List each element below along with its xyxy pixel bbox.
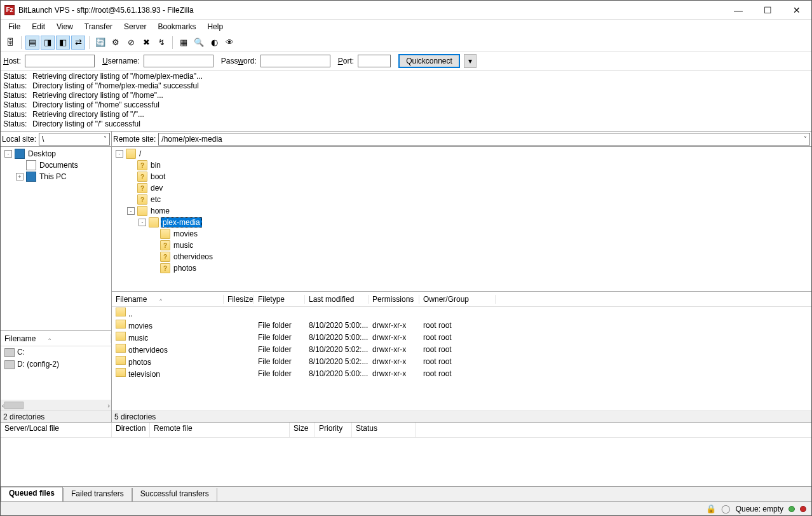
close-button[interactable]: ✕ [782, 1, 811, 20]
tree-label[interactable]: home [149, 207, 171, 215]
tab-successful-transfers[interactable]: Successful transfers [132, 488, 217, 501]
remote-tree[interactable]: -/binbootdevetc-home-plex-mediamoviesmus… [112, 147, 811, 292]
toggle-log-icon[interactable]: ▤ [25, 36, 39, 50]
tree-node[interactable]: +This PC [2, 171, 110, 182]
tab-failed-transfers[interactable]: Failed transfers [63, 488, 132, 501]
globe-icon[interactable]: ◯ [721, 504, 731, 513]
list-item[interactable]: D: (config-2) [1, 358, 111, 370]
menu-bookmarks[interactable]: Bookmarks [152, 21, 201, 32]
host-input[interactable] [25, 55, 95, 67]
collapse-icon[interactable]: - [139, 219, 146, 226]
tree-node[interactable]: -plex-media [113, 217, 810, 228]
tree-node[interactable]: -/ [113, 148, 810, 160]
cancel-icon[interactable]: ⊘ [124, 36, 138, 50]
menu-edit[interactable]: Edit [27, 21, 50, 32]
chevron-down-icon[interactable]: ˅ [104, 135, 107, 142]
menu-server[interactable]: Server [119, 21, 151, 32]
local-hscroll[interactable]: ‹ › [1, 400, 111, 411]
toggle-remote-tree-icon[interactable]: ◧ [56, 36, 70, 50]
collapse-icon[interactable]: - [116, 150, 123, 158]
column-filetype[interactable]: Filetype [254, 295, 305, 304]
column-ownergroup[interactable]: Owner/Group [419, 295, 496, 304]
site-manager-icon[interactable]: 🗄 [3, 36, 17, 50]
username-input[interactable] [144, 55, 213, 67]
tree-node[interactable]: movies [113, 228, 810, 240]
chevron-down-icon[interactable]: ˅ [804, 135, 807, 142]
tree-node[interactable]: Documents [2, 160, 110, 171]
expand-icon[interactable]: + [16, 173, 24, 180]
column-filename[interactable]: Filename^ [112, 295, 224, 304]
quickconnect-dropdown[interactable]: ▾ [464, 54, 477, 68]
tree-label[interactable]: Desktop [27, 149, 57, 158]
tree-label[interactable]: This PC [38, 172, 68, 181]
tree-node[interactable]: -Desktop [2, 148, 110, 160]
queue-col-remotefile[interactable]: Remote file [150, 423, 290, 437]
tab-queued-files[interactable]: Queued files [1, 487, 63, 501]
quickconnect-button[interactable]: Quickconnect [398, 54, 460, 68]
tree-label[interactable]: photos [172, 264, 198, 273]
local-site-input[interactable]: \ ˅ [39, 133, 110, 146]
sync-browse-icon[interactable]: 👁 [222, 36, 236, 50]
queue-col-size[interactable]: Size [290, 423, 315, 437]
scroll-right-icon[interactable]: › [107, 402, 110, 409]
processing-icon[interactable]: ⚙ [109, 36, 123, 50]
tree-label[interactable]: music [172, 241, 194, 250]
column-permissions[interactable]: Permissions [369, 295, 419, 304]
tree-node[interactable]: boot [113, 171, 810, 182]
queue-col-direction[interactable]: Direction [112, 423, 150, 437]
local-col-filename[interactable]: Filename^ [1, 334, 111, 343]
column-filesize[interactable]: Filesize [224, 295, 254, 304]
table-row[interactable]: musicFile folder8/10/2020 5:00:...drwxr-… [112, 331, 811, 343]
queue-col-serverlocalfile[interactable]: Server/Local file [1, 423, 112, 437]
maximize-button[interactable]: ☐ [753, 1, 782, 20]
table-row[interactable]: televisionFile folder8/10/2020 5:00:...d… [112, 367, 811, 379]
tree-label[interactable]: Documents [38, 161, 79, 170]
remote-list-header[interactable]: Filename^FilesizeFiletypeLast modifiedPe… [112, 292, 811, 307]
tree-node[interactable]: photos [113, 262, 810, 274]
tree-node[interactable]: dev [113, 182, 810, 194]
tree-node[interactable]: -home [113, 205, 810, 217]
menu-file[interactable]: File [3, 21, 25, 32]
column-lastmodified[interactable]: Last modified [305, 295, 369, 304]
queue-col-priority[interactable]: Priority [315, 423, 352, 437]
compare-icon[interactable]: ◐ [207, 36, 221, 50]
lock-icon[interactable]: 🔒 [706, 504, 716, 513]
search-icon[interactable]: 🔍 [192, 36, 206, 50]
menu-transfer[interactable]: Transfer [79, 21, 118, 32]
queue-col-status[interactable]: Status [352, 423, 416, 437]
table-row[interactable]: othervideosFile folder8/10/2020 5:02:...… [112, 343, 811, 355]
toggle-local-tree-icon[interactable]: ◨ [41, 36, 55, 50]
local-list-body[interactable]: C:D: (config-2) [1, 346, 111, 400]
tree-label[interactable]: dev [149, 184, 164, 193]
tree-label[interactable]: bin [149, 161, 162, 170]
list-item[interactable]: C: [1, 346, 111, 358]
queue-body[interactable] [1, 438, 811, 486]
table-row[interactable]: .. [112, 307, 811, 319]
tree-node[interactable]: etc [113, 194, 810, 205]
disconnect-icon[interactable]: ✖ [139, 36, 153, 50]
local-list-header[interactable]: Filename^ [1, 331, 111, 346]
tree-label[interactable]: etc [149, 195, 162, 204]
table-row[interactable]: photosFile folder8/10/2020 5:02:...drwxr… [112, 355, 811, 367]
tree-node[interactable]: music [113, 240, 810, 251]
collapse-icon[interactable]: - [127, 207, 135, 215]
menu-view[interactable]: View [51, 21, 78, 32]
filter-icon[interactable]: ▦ [177, 36, 191, 50]
tree-node[interactable]: bin [113, 160, 810, 171]
log-pane[interactable]: Status:Retrieving directory listing of "… [1, 71, 811, 132]
remote-list-body[interactable]: ..moviesFile folder8/10/2020 5:00:...drw… [112, 307, 811, 411]
password-input[interactable] [261, 55, 330, 67]
local-tree[interactable]: -DesktopDocuments+This PC [1, 147, 111, 331]
tree-label[interactable]: othervideos [172, 252, 214, 261]
port-input[interactable] [358, 55, 391, 67]
tree-node[interactable]: othervideos [113, 251, 810, 262]
collapse-icon[interactable]: - [4, 150, 12, 158]
scroll-thumb[interactable] [4, 402, 24, 409]
table-row[interactable]: moviesFile folder8/10/2020 5:00:...drwxr… [112, 319, 811, 331]
tree-label[interactable]: / [138, 149, 142, 158]
menu-help[interactable]: Help [202, 21, 228, 32]
minimize-button[interactable]: — [724, 1, 753, 20]
remote-site-input[interactable]: /home/plex-media ˅ [158, 133, 810, 146]
queue-header[interactable]: Server/Local fileDirectionRemote fileSiz… [1, 423, 811, 438]
tree-label[interactable]: movies [172, 229, 199, 238]
